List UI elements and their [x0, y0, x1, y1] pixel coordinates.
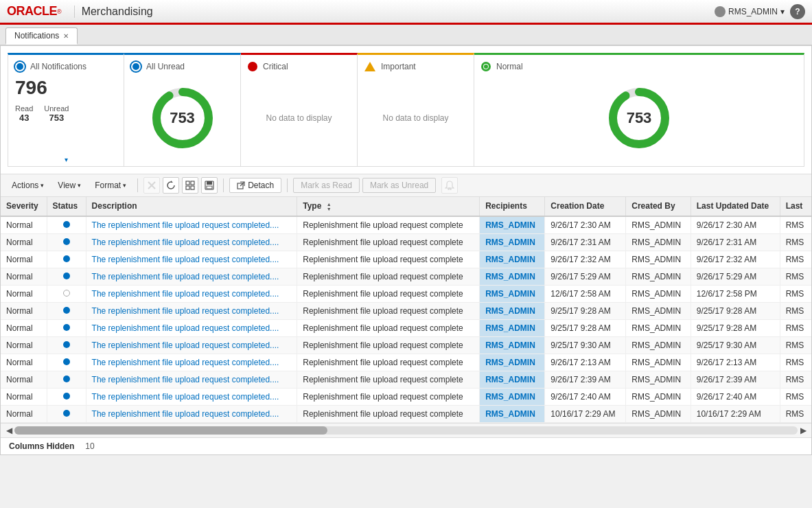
- all-unread-icon: [131, 62, 141, 71]
- cell-description: The replenishment file upload request co…: [86, 285, 297, 302]
- cell-description: The replenishment file upload request co…: [86, 405, 297, 422]
- svg-marker-6: [171, 181, 173, 183]
- description-link[interactable]: The replenishment file upload request co…: [92, 238, 279, 247]
- status-dot-blue: [63, 410, 70, 417]
- description-link[interactable]: The replenishment file upload request co…: [92, 289, 279, 299]
- description-link[interactable]: The replenishment file upload request co…: [92, 358, 279, 367]
- cell-last-updated-date: 9/25/17 9:30 AM: [691, 336, 780, 354]
- cell-recipients: RMS_ADMIN: [480, 251, 545, 268]
- cell-recipients: RMS_ADMIN: [480, 371, 545, 388]
- status-dot-blue: [63, 393, 70, 400]
- card-important: Important No data to display: [358, 53, 474, 167]
- col-header-type[interactable]: Type ▲ ▼: [297, 197, 480, 216]
- cell-status: [47, 285, 86, 302]
- actions-button[interactable]: Actions ▾: [6, 178, 49, 192]
- cell-recipients: RMS_ADMIN: [480, 319, 545, 336]
- tab-notifications[interactable]: Notifications ✕: [5, 27, 78, 45]
- description-link[interactable]: The replenishment file upload request co…: [92, 340, 279, 350]
- toolbar-divider-1: [137, 178, 138, 192]
- detach-label: Detach: [248, 181, 274, 190]
- type-sort-icons: ▲ ▼: [327, 202, 332, 211]
- status-dot-blue: [63, 238, 70, 245]
- important-icon: [364, 62, 375, 71]
- cell-created-by: RMS_ADMIN: [626, 216, 691, 234]
- actions-chevron-icon: ▾: [40, 182, 44, 189]
- mark-as-read-button[interactable]: Mark as Read: [293, 178, 360, 193]
- description-link[interactable]: The replenishment file upload request co…: [92, 306, 279, 316]
- cell-type: Replenishment file upload request comple…: [297, 336, 480, 354]
- cell-severity: Normal: [1, 388, 47, 405]
- scroll-right-button[interactable]: ▶: [798, 425, 809, 436]
- col-header-creation-date[interactable]: Creation Date: [545, 197, 626, 216]
- top-header: ORACLE® Merchandising RMS_ADMIN ▾ ?: [0, 0, 812, 25]
- unread-sub: Unread 753: [44, 104, 69, 123]
- table-header: Severity Status Description Type ▲ ▼ Rec…: [1, 197, 811, 216]
- cell-recipients: RMS_ADMIN: [480, 216, 545, 234]
- grid-view-icon-button[interactable]: [182, 177, 198, 194]
- format-button[interactable]: Format ▾: [89, 178, 132, 192]
- scroll-left-button[interactable]: ◀: [3, 425, 14, 436]
- col-header-last-updated-date[interactable]: Last Updated Date: [691, 197, 780, 216]
- status-dot-blue: [63, 307, 70, 314]
- columns-hidden-count: 10: [85, 441, 94, 451]
- cell-last-updated-date: 9/26/17 2:30 AM: [691, 216, 780, 234]
- col-header-status[interactable]: Status: [47, 197, 86, 216]
- cell-severity: Normal: [1, 371, 47, 388]
- view-button[interactable]: View ▾: [52, 178, 86, 192]
- tab-label: Notifications: [14, 31, 59, 41]
- svg-rect-13: [207, 186, 212, 189]
- cell-status: [47, 233, 86, 251]
- table-row: Normal The replenishment file upload req…: [1, 319, 811, 336]
- refresh-icon-button[interactable]: [163, 177, 179, 194]
- detach-button[interactable]: Detach: [229, 178, 281, 193]
- svg-rect-12: [207, 181, 212, 185]
- svg-line-15: [240, 182, 244, 186]
- all-unread-title: All Unread: [146, 62, 185, 71]
- mark-as-unread-button[interactable]: Mark as Unread: [362, 178, 436, 193]
- cell-type: Replenishment file upload request comple…: [297, 354, 480, 371]
- cell-creation-date: 9/25/17 9:28 AM: [545, 302, 626, 319]
- notify-icon-button[interactable]: [441, 177, 458, 194]
- all-notifications-title: All Notifications: [30, 62, 86, 71]
- cell-type: Replenishment file upload request comple…: [297, 371, 480, 388]
- card-critical: Critical No data to display: [241, 53, 358, 167]
- table-row: Normal The replenishment file upload req…: [1, 388, 811, 405]
- delete-icon-button[interactable]: [143, 177, 160, 194]
- cell-creation-date: 10/16/17 2:29 AM: [545, 405, 626, 422]
- save-icon-button[interactable]: [201, 177, 218, 194]
- cell-last-updated-date: 9/26/17 5:29 AM: [691, 268, 780, 285]
- help-button[interactable]: ?: [790, 4, 805, 19]
- description-link[interactable]: The replenishment file upload request co…: [92, 272, 279, 281]
- card-header-all-unread: All Unread: [131, 62, 233, 71]
- table-row: Normal The replenishment file upload req…: [1, 371, 811, 388]
- user-menu-button[interactable]: RMS_ADMIN ▾: [715, 6, 785, 17]
- toolbar-divider-2: [223, 178, 224, 192]
- card-chevron-icon[interactable]: ▾: [65, 156, 68, 163]
- description-link[interactable]: The replenishment file upload request co…: [92, 392, 279, 402]
- cell-status: [47, 251, 86, 268]
- tab-close-icon[interactable]: ✕: [63, 32, 69, 40]
- scrollbar-track[interactable]: [14, 426, 798, 435]
- cell-description: The replenishment file upload request co…: [86, 336, 297, 354]
- cell-description: The replenishment file upload request co…: [86, 233, 297, 251]
- description-link[interactable]: The replenishment file upload request co…: [92, 323, 279, 333]
- col-header-created-by[interactable]: Created By: [626, 197, 691, 216]
- cell-status: [47, 302, 86, 319]
- description-link[interactable]: The replenishment file upload request co…: [92, 375, 279, 384]
- col-header-last[interactable]: Last: [780, 197, 811, 216]
- col-header-recipients[interactable]: Recipients: [480, 197, 545, 216]
- table-row: Normal The replenishment file upload req…: [1, 354, 811, 371]
- cell-description: The replenishment file upload request co…: [86, 251, 297, 268]
- mark-read-label: Mark as Read: [301, 181, 352, 190]
- cell-status: [47, 336, 86, 354]
- description-link[interactable]: The replenishment file upload request co…: [92, 409, 279, 419]
- description-link[interactable]: The replenishment file upload request co…: [92, 220, 279, 230]
- cell-creation-date: 9/26/17 2:39 AM: [545, 371, 626, 388]
- description-link[interactable]: The replenishment file upload request co…: [92, 255, 279, 264]
- cell-created-by: RMS_ADMIN: [626, 371, 691, 388]
- delete-icon: [147, 181, 156, 190]
- col-header-severity[interactable]: Severity: [1, 197, 47, 216]
- user-avatar-icon: [715, 6, 726, 17]
- app-title: Merchandising: [74, 5, 153, 18]
- col-header-description[interactable]: Description: [86, 197, 297, 216]
